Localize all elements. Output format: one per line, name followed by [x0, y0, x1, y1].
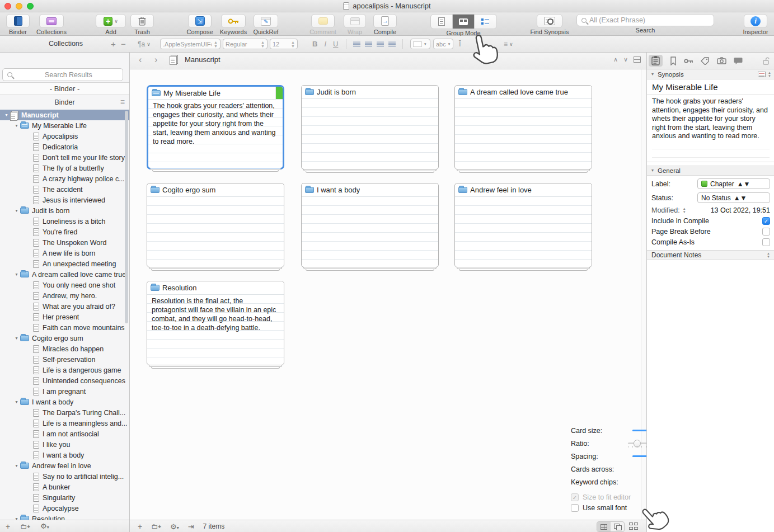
synopsis-section-header[interactable]: ▾ Synopsis ▲▼ [647, 69, 774, 79]
binder-item[interactable]: ▾Resolution [0, 514, 129, 520]
disclosure-triangle-icon[interactable]: ▾ [651, 168, 654, 173]
binder-item[interactable]: Life is a dangerous game [0, 365, 129, 375]
binder-item[interactable]: Apocalipsis [0, 131, 129, 142]
binder-item[interactable]: ▾Manuscript [0, 110, 129, 120]
binder-item[interactable]: You only need one shot [0, 280, 129, 290]
status-dropdown[interactable]: No Status ▲▼ [697, 192, 770, 203]
binder-item[interactable]: Dedicatoria [0, 142, 129, 152]
size-to-fit-checkbox[interactable]: ✓ [571, 493, 579, 501]
disclosure-triangle-icon[interactable]: ▾ [651, 72, 654, 77]
list-style-dropdown[interactable]: ≡∨ [504, 39, 513, 49]
keywords-button[interactable]: Keywords [217, 14, 250, 35]
index-card[interactable]: ResolutionResolution is the final act, t… [147, 281, 284, 365]
add-item-button[interactable]: + [6, 522, 10, 531]
comments-tab[interactable] [734, 57, 743, 65]
compose-button[interactable]: ⇲ Compose [184, 14, 216, 35]
binder-item[interactable]: I want a body [0, 450, 129, 460]
add-card-button[interactable]: + [138, 522, 142, 531]
align-justify-button[interactable] [388, 41, 396, 47]
index-card[interactable]: My Miserable LifeThe hook grabs your rea… [147, 85, 284, 170]
index-card[interactable]: Judit is born [301, 85, 439, 170]
split-editor-icon[interactable] [634, 57, 641, 63]
binder-item[interactable]: A new life is born [0, 248, 129, 258]
corkboard-options-button[interactable] [629, 522, 638, 530]
index-card[interactable]: I want a body [301, 183, 439, 267]
binder-menu-icon[interactable]: ≡ [120, 97, 125, 106]
card-synopsis[interactable]: Resolution is the final act, the protago… [147, 295, 284, 365]
modified-date-stepper[interactable]: ▲▼ [683, 207, 686, 214]
sidebar-gear-menu-button[interactable]: ⚙▾ [40, 522, 49, 530]
binder-item[interactable]: Say no to artificial intelig... [0, 471, 129, 482]
label-dropdown[interactable]: Chapter ▲▼ [697, 178, 770, 189]
binder-item[interactable]: Andrew, my hero. [0, 290, 129, 301]
binder-item[interactable]: I am pregnant [0, 386, 129, 397]
collections-button[interactable]: Collections [34, 14, 69, 35]
align-right-button[interactable] [377, 41, 384, 47]
card-synopsis[interactable] [455, 99, 592, 169]
binder-item[interactable]: You're fired [0, 227, 129, 237]
synopsis-title[interactable]: My Miserable Life [647, 79, 774, 95]
card-synopsis[interactable]: The hook grabs your readers' attention, … [148, 100, 283, 168]
binder-item[interactable]: An unexpected meeting [0, 258, 129, 269]
card-synopsis[interactable] [302, 197, 438, 267]
editor-gear-menu-button[interactable]: ⚙▾ [170, 522, 179, 531]
index-card[interactable]: Cogito ergo sum [147, 183, 284, 267]
synopsis-stepper[interactable]: ▲▼ [768, 71, 771, 78]
align-center-button[interactable] [365, 41, 372, 47]
group-mode-corkboard-view-button[interactable] [453, 15, 475, 29]
binder-item[interactable]: The Darpa's Turing Chall... [0, 407, 129, 418]
disclosure-triangle-icon[interactable]: ▾ [13, 399, 20, 404]
binder-item[interactable]: ▾Judit is born [0, 205, 129, 216]
binder-item[interactable]: Miracles do happen [0, 343, 129, 354]
wrap-button[interactable]: Wrap [342, 14, 368, 35]
group-mode-outline-view-button[interactable] [475, 15, 496, 29]
quickref-button[interactable]: QuickRef [250, 14, 282, 35]
binder-item[interactable]: A bunker [0, 482, 129, 492]
paragraph-style-dropdown[interactable]: ¶a∨ [138, 39, 151, 49]
text-color-well[interactable]: ▾ [410, 39, 430, 49]
binder-item[interactable]: I like you [0, 439, 129, 450]
inspector-button[interactable]: i Inspector [740, 14, 771, 35]
add-folder-button[interactable]: 🗀+ [20, 522, 30, 530]
comment-button[interactable]: Comment [307, 14, 339, 35]
sidebar-scrollbar[interactable] [125, 111, 128, 323]
binder-collection-tab[interactable]: - Binder - [0, 82, 129, 95]
find-synopsis-button[interactable]: Find Synopsis [525, 14, 574, 35]
grid-arrange-button[interactable] [597, 522, 611, 531]
binder-item[interactable]: Apocalypse [0, 503, 129, 514]
compile-button[interactable]: Compile [369, 14, 401, 35]
index-card[interactable]: Andrew feel in love [454, 183, 592, 267]
synopsis-text[interactable]: The hook grabs your readers' attention, … [647, 95, 774, 141]
next-document-button[interactable]: ∨ [623, 56, 628, 63]
back-button[interactable]: ‹ [139, 55, 142, 65]
document-notes-header[interactable]: Document Notes ▲▼ [647, 250, 774, 260]
add-button[interactable]: +∨ Add [94, 14, 128, 35]
keywords-tab[interactable] [684, 58, 693, 64]
remove-collection-button[interactable]: − [121, 39, 126, 49]
card-synopsis[interactable] [147, 197, 284, 267]
binder-item[interactable]: The accident [0, 184, 129, 195]
disclosure-triangle-icon[interactable]: ▾ [13, 272, 20, 277]
add-collection-button[interactable]: + [111, 39, 116, 49]
references-tab[interactable] [670, 57, 677, 65]
binder-item[interactable]: Singularity [0, 492, 129, 503]
page-break-before-checkbox[interactable] [762, 228, 770, 236]
font-size-dropdown[interactable]: 12▲▼ [270, 39, 298, 49]
synopsis-card-view-icon[interactable] [758, 72, 766, 77]
disclosure-triangle-icon[interactable]: ▾ [13, 208, 20, 213]
freeform-arrange-button[interactable] [611, 522, 624, 531]
export-icon[interactable]: ⇥ [188, 522, 194, 531]
disclosure-triangle-icon[interactable]: ▾ [3, 112, 10, 117]
use-small-font-checkbox[interactable] [571, 504, 579, 512]
lock-inspector-button[interactable] [762, 57, 770, 65]
search-results-field[interactable]: Search Results [2, 68, 123, 81]
disclosure-triangle-icon[interactable]: ▾ [13, 463, 20, 468]
binder-item[interactable]: ▾Andrew feel in love [0, 460, 129, 471]
highlight-color-well[interactable]: abc▾ [433, 39, 453, 49]
compile-as-is-checkbox[interactable] [762, 238, 770, 246]
metadata-tab[interactable] [701, 57, 710, 65]
binder-item[interactable]: A crazy highway police c... [0, 173, 129, 184]
binder-item[interactable]: The fly of a butterfly [0, 163, 129, 173]
binder-item[interactable]: What are you afraid of? [0, 301, 129, 312]
bold-button[interactable]: B [312, 40, 317, 48]
